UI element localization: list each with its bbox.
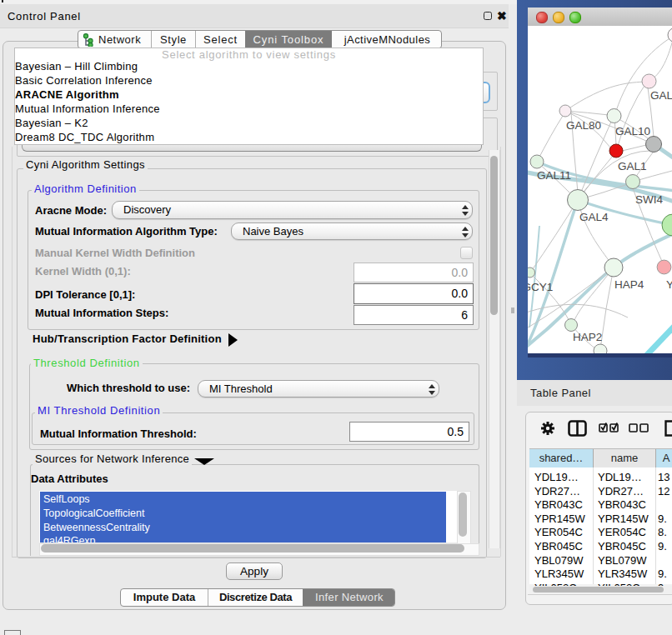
- svg-text:GAL4: GAL4: [579, 211, 609, 223]
- svg-text:GAL80: GAL80: [566, 119, 601, 132]
- svg-text:Y: Y: [666, 278, 672, 291]
- svg-text:HAP4: HAP4: [614, 278, 644, 291]
- svg-text:HAP2: HAP2: [573, 331, 602, 343]
- svg-text:GAL2: GAL2: [650, 89, 672, 102]
- svg-text:GAL11: GAL11: [537, 169, 571, 182]
- svg-text:GAL1: GAL1: [618, 160, 647, 172]
- svg-text:SWI4: SWI4: [635, 193, 663, 206]
- svg-text:GCY1: GCY1: [528, 281, 553, 293]
- svg-text:GAL10: GAL10: [615, 125, 650, 138]
